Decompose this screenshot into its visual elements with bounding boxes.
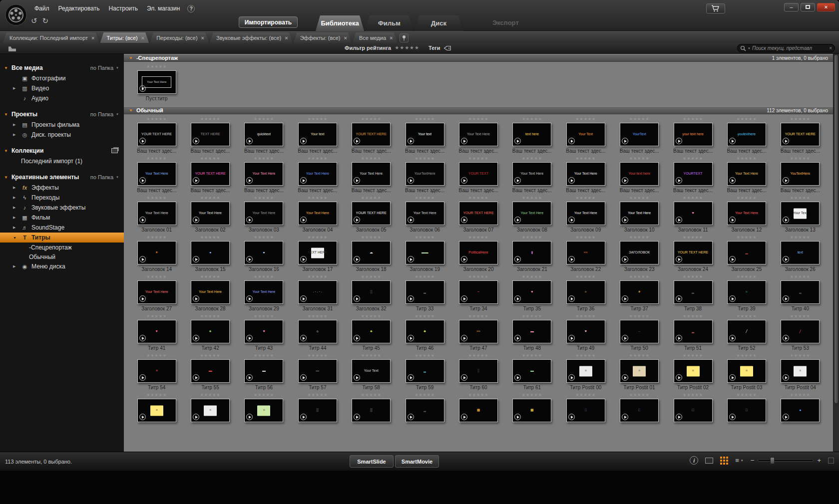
item-rating-stars[interactable]: ★★★★★: [736, 314, 757, 320]
item-rating-stars[interactable]: ★★★★★: [468, 196, 489, 202]
expand-icon[interactable]: ▼: [13, 236, 18, 240]
item-rating-stars[interactable]: ★★★★★: [575, 235, 596, 241]
sidebar-item-regular[interactable]: Обычный: [0, 252, 124, 261]
item-thumbnail[interactable]: ▂: [727, 241, 766, 264]
item-rating-stars[interactable]: ★★★★★: [361, 353, 382, 359]
expand-icon[interactable]: ▶: [13, 186, 18, 190]
item-thumbnail[interactable]: ▒: [352, 399, 391, 422]
play-icon[interactable]: [783, 414, 789, 420]
item-rating-stars[interactable]: ★★★★★: [522, 393, 542, 399]
collection-tab-5[interactable]: Эффекты: (все)×: [294, 32, 352, 43]
item-thumbnail[interactable]: ≡: [191, 399, 230, 422]
scrollbar-thumb[interactable]: [834, 54, 839, 404]
item-thumbnail[interactable]: ▮: [512, 241, 551, 264]
item-rating-stars[interactable]: ★★★★★: [522, 156, 542, 162]
item-thumbnail[interactable]: Your text: [298, 123, 337, 146]
main-tab-2[interactable]: Фильм: [365, 15, 414, 31]
item-thumbnail[interactable]: TEXT HERE: [298, 241, 337, 264]
item-rating-stars[interactable]: ★★★★★: [361, 117, 382, 123]
menu-item-3[interactable]: Настроить: [104, 3, 142, 13]
item-thumbnail[interactable]: Your Text Here: [727, 202, 766, 225]
item-thumbnail[interactable]: Your Text: [352, 359, 391, 383]
play-icon[interactable]: [139, 414, 146, 420]
group-header-2[interactable]: ▼Обычный112 элементов, 0 выбрано: [124, 106, 833, 114]
item-thumbnail[interactable]: ▬: [244, 359, 283, 383]
item-rating-stars[interactable]: ★★★★★: [307, 196, 328, 202]
item-thumbnail[interactable]: ☁: [352, 241, 391, 264]
item-rating-stars[interactable]: ★★★★★: [254, 117, 274, 123]
library-item[interactable]: ★★★★★Your text hereВаш текст здес...: [612, 155, 666, 194]
sidebar-item-audio[interactable]: ♪Аудио: [0, 93, 124, 103]
item-thumbnail[interactable]: Your Text Here: [459, 123, 498, 146]
item-thumbnail[interactable]: ≡: [566, 359, 605, 383]
play-icon[interactable]: [676, 256, 682, 262]
zoom-slider[interactable]: [758, 459, 814, 462]
item-rating-stars[interactable]: ★★★★★: [361, 393, 382, 399]
library-item[interactable]: ★★★★★Your Text HereВаш текст здес...: [237, 155, 291, 194]
item-thumbnail[interactable]: ☀: [137, 241, 176, 264]
item-thumbnail[interactable]: ЗАГОЛОВОК: [620, 241, 659, 264]
play-icon[interactable]: [139, 217, 146, 223]
item-rating-stars[interactable]: ★★★★★: [415, 274, 435, 280]
library-item[interactable]: ★★★★★♣Титр 45: [345, 312, 398, 352]
play-icon[interactable]: [408, 256, 414, 262]
item-rating-stars[interactable]: ★★★★★: [361, 235, 382, 241]
play-icon[interactable]: [568, 256, 575, 262]
item-rating-stars[interactable]: ★★★★★: [629, 353, 650, 359]
library-item[interactable]: ★★★★★Your TextТитр 58: [345, 352, 398, 391]
item-thumbnail[interactable]: Your Text: [781, 202, 820, 225]
item-rating-stars[interactable]: ★★★★★: [522, 196, 542, 202]
library-item[interactable]: ★★★★★YOUR TEXT HEREВаш текст здес...: [345, 115, 398, 155]
library-item[interactable]: ★★★★★▬Титр 61: [505, 352, 559, 391]
expand-icon[interactable]: ▶: [13, 264, 18, 268]
item-rating-stars[interactable]: ★★★★★: [200, 117, 221, 123]
library-item[interactable]: ★★★★★Your textВаш текст здес...: [398, 115, 451, 155]
expand-icon[interactable]: ▶: [13, 226, 18, 230]
play-icon[interactable]: [461, 374, 467, 381]
play-icon[interactable]: [461, 295, 467, 302]
item-rating-stars[interactable]: ★★★★★: [522, 314, 542, 320]
library-item[interactable]: ★★★★★▂: [398, 391, 451, 431]
play-icon[interactable]: [246, 256, 253, 262]
item-thumbnail[interactable]: ▬: [512, 359, 551, 383]
item-rating-stars[interactable]: ★★★★★: [736, 235, 757, 241]
library-item[interactable]: ★★★★★♥Заголовок 11: [666, 194, 720, 234]
play-icon[interactable]: [729, 217, 736, 223]
play-icon[interactable]: [408, 177, 414, 184]
item-thumbnail[interactable]: ▬▬: [406, 241, 444, 264]
library-item[interactable]: ★★★★★Your Text HereВаш текст здес...: [345, 155, 398, 194]
item-thumbnail[interactable]: Your Text Here: [244, 280, 283, 304]
item-thumbnail[interactable]: ♥: [137, 320, 176, 343]
sidebar-section-collections[interactable]: ▼Коллекции: [0, 145, 124, 156]
library-item[interactable]: ★★★★★Your Text HereВаш текст здес...: [559, 155, 612, 194]
item-thumbnail[interactable]: Your Text Here: [137, 70, 176, 94]
item-rating-stars[interactable]: ★★★★★: [629, 393, 650, 399]
play-icon[interactable]: [354, 335, 360, 341]
sidebar-section-projects[interactable]: ▼Проектыпо Папка▼: [0, 109, 124, 120]
item-thumbnail[interactable]: ▦: [459, 399, 498, 422]
play-icon[interactable]: [729, 414, 736, 420]
vertical-scrollbar[interactable]: [833, 54, 839, 452]
play-icon[interactable]: [354, 217, 360, 223]
play-icon[interactable]: [729, 177, 736, 184]
item-thumbnail[interactable]: ▂: [781, 280, 820, 304]
library-item[interactable]: ★★★★★☁Заголовок 18: [345, 234, 398, 273]
library-item[interactable]: ★★★★★▂Титр 38: [666, 273, 720, 312]
item-thumbnail[interactable]: Your Text Here: [298, 202, 337, 225]
item-rating-stars[interactable]: ★★★★★: [146, 196, 167, 202]
library-item[interactable]: ★★★★★▒Титр 60: [451, 352, 505, 391]
play-icon[interactable]: [461, 256, 467, 262]
item-rating-stars[interactable]: ★★★★★: [683, 274, 703, 280]
play-icon[interactable]: [568, 335, 575, 341]
item-thumbnail[interactable]: text here: [512, 123, 551, 146]
library-item[interactable]: ★★★★★—Титр 57: [291, 352, 344, 391]
library-item[interactable]: ★★★★★Your Text HereЗаголовок 10: [612, 194, 666, 234]
play-icon[interactable]: [461, 177, 467, 184]
play-icon[interactable]: [246, 335, 253, 341]
item-rating-stars[interactable]: ★★★★★: [200, 393, 221, 399]
play-icon[interactable]: [246, 138, 253, 144]
library-item[interactable]: ★★★★★Your TextВаш текст здес...: [559, 115, 612, 155]
play-icon[interactable]: [676, 295, 682, 302]
item-rating-stars[interactable]: ★★★★★: [736, 117, 757, 123]
library-item[interactable]: ★★★★★Your Text HereВаш текст здес...: [451, 115, 505, 155]
